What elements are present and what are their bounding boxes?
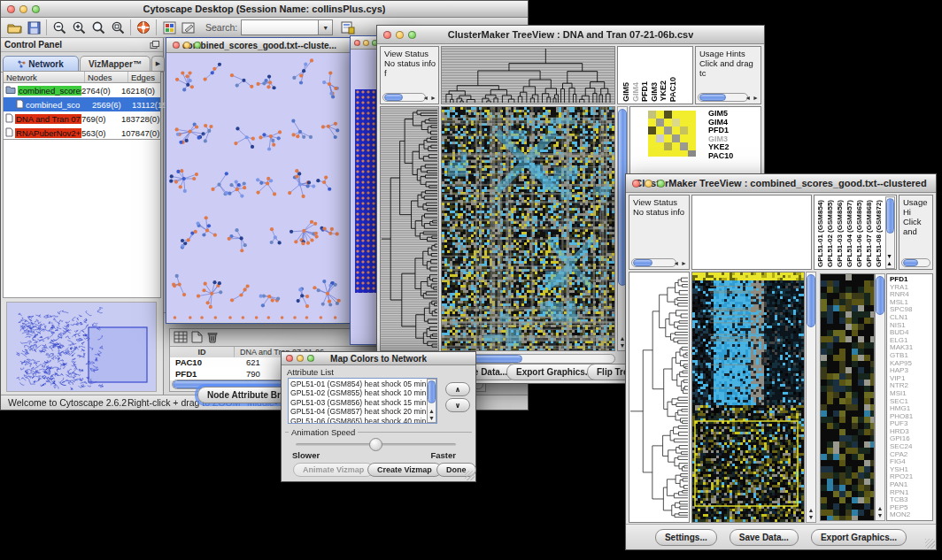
tab-network[interactable]: Network [3,56,79,72]
animation-speed-slider-thumb[interactable] [369,438,382,451]
toolbar-separator [46,19,47,35]
tv2-gene-dendrogram[interactable] [629,272,690,523]
tab-overflow-icon[interactable]: ▶ [151,56,165,72]
close-icon[interactable] [173,42,180,49]
zoom-window-icon[interactable] [408,31,416,39]
save-session-icon[interactable] [24,19,43,36]
export-graphics-button[interactable]: Export Graphics... [811,529,907,546]
main-titlebar[interactable]: Cytoscape Desktop (Session Name: collins… [1,1,528,18]
save-data-button[interactable]: Save Data... [730,529,799,546]
search-input[interactable] [241,19,319,35]
treeview-dna-titlebar[interactable]: ClusterMaker TreeView : DNA and Tran 07-… [377,26,764,44]
close-icon[interactable] [7,5,15,13]
tv1-hints-hscrollbar[interactable] [698,93,748,102]
network-overview-thumbnail[interactable] [6,302,157,392]
create-vizmap-button[interactable]: Create Vizmap [367,463,442,477]
network-list-row[interactable]: combined_scores2764(0)16218(0) [4,83,160,97]
node-count: 2569(6) [92,100,132,110]
move-up-button[interactable]: ∧ [445,382,470,396]
window-controls[interactable] [7,1,40,17]
tv2-collabel-vscrollbar[interactable]: ▲▼ [885,196,895,269]
tv1-zoom-heatmap[interactable] [648,111,696,157]
tv1-view-status: View StatusNo status info f ◄ ► [380,46,439,104]
close-icon[interactable] [354,40,360,46]
annotation-icon[interactable] [179,19,198,36]
tv1-column-label: GIM3 [650,82,659,102]
tv2-row-label[interactable]: MON2 [890,511,932,519]
zoom-in-icon[interactable] [69,19,89,36]
attribute-list-vscrollbar[interactable]: ▲▼ [427,379,436,423]
network-list-row[interactable]: RNAPuberNov2+563(0)107847(0) [4,126,160,140]
network-view-title: combined_scores_good.txt--cluste... [182,41,336,50]
attribute-list-item[interactable]: GPL51-01 (GSM854) heat shock 05 min [290,380,425,388]
move-down-button[interactable]: ∨ [445,398,470,412]
close-icon[interactable] [632,180,640,188]
minimize-icon[interactable] [645,180,652,188]
tv1-status-hscrollbar[interactable] [382,93,426,102]
minimize-icon[interactable] [183,42,190,49]
resize-grip[interactable] [925,539,935,548]
scroll-arrows[interactable]: ◄ ► [673,260,687,266]
edge-count: 183728(0) [121,114,160,124]
zoom-fit-icon[interactable] [89,19,108,36]
dialog-title: Map Colors to Network [330,354,427,364]
scroll-arrows[interactable]: ◄ ► [745,95,759,101]
close-icon[interactable] [383,31,391,39]
minimize-icon[interactable] [19,5,27,13]
close-icon[interactable] [286,355,293,362]
main-window-title: Cytoscape Desktop (Session Name: collins… [143,4,386,14]
minimize-icon[interactable] [363,40,369,46]
attribute-table-icon[interactable] [174,331,188,347]
tv2-status-hscrollbar[interactable] [631,258,676,267]
minimize-icon[interactable] [396,31,404,39]
file-icon [16,99,24,111]
help-icon[interactable] [134,19,153,36]
tv1-column-dendrogram[interactable] [441,46,615,104]
tv2-heatmap-vscrollbar[interactable]: ▲▼ [806,272,816,523]
zoom-window-icon[interactable] [307,355,314,362]
zoom-out-icon[interactable] [50,19,69,36]
tv1-row-label[interactable]: PAC10 [708,152,733,161]
treeview-combined-titlebar[interactable]: ClusterMaker TreeView : combined_scores_… [626,174,936,193]
tv2-heatmap[interactable] [691,272,805,523]
delete-attribute-icon[interactable] [206,331,218,347]
attribute-browser-icon[interactable] [338,19,358,36]
network-view-titlebar[interactable]: combined_scores_good.txt--cluste... [166,38,352,53]
minimize-icon[interactable] [297,355,304,362]
attribute-list-item[interactable]: GPL51-04 (GSM857) heat shock 20 min [290,407,425,416]
zoom-window-icon[interactable] [32,5,40,13]
zoom-window-icon[interactable] [194,42,201,49]
animate-vizmap-button[interactable]: Animate Vizmap [293,463,374,477]
scroll-arrows[interactable]: ◄ ► [422,95,436,101]
settings-button[interactable]: Settings... [655,529,717,546]
network-canvas[interactable] [166,53,351,322]
dialog-titlebar[interactable]: Map Colors to Network [282,352,475,365]
tv2-zoom-vscrollbar[interactable]: ▲▼ [875,273,885,521]
folder-icon [5,85,16,96]
search-combo[interactable]: ▼ [241,19,333,35]
new-attribute-icon[interactable] [191,331,203,347]
tv1-gene-dendrogram[interactable] [380,106,439,351]
network-list-row[interactable]: DNA and Tran 07769(0)183728(0) [4,111,160,126]
float-panel-icon[interactable] [150,37,159,53]
tv2-column-label: GPL51-03 (GSM856) [836,200,844,267]
attribute-list-item[interactable]: GPL51-06 (GSM865) heat shock 40 min [290,417,425,424]
resize-grip[interactable] [465,471,475,480]
tv2-zoom-heatmap[interactable] [820,273,875,521]
attribute-list[interactable]: GPL51-01 (GSM854) heat shock 05 minGPL51… [288,378,437,424]
vizmapper-icon[interactable] [159,19,179,36]
network-table-header[interactable]: Network Nodes Edges [3,71,161,83]
zoom-window-icon[interactable] [657,180,665,188]
zoom-selected-icon[interactable] [108,19,127,36]
tv2-hints-hscrollbar[interactable] [901,258,930,267]
tv2-row-labels: PFD1YRA1RNR4MSL1SPC98CLN1NIS1BUD4ELG1MAK… [887,274,932,519]
attribute-list-item[interactable]: GPL51-03 (GSM856) heat shock 15 min [290,398,425,407]
network-list-row[interactable]: combined_sco2569(6)13112(15) [4,97,160,111]
tv1-column-label: GIM4 [631,82,640,102]
tab-vizmapper[interactable]: VizMapper™ [80,56,151,72]
search-dropdown-icon[interactable]: ▼ [319,19,333,35]
open-session-icon[interactable] [4,19,24,36]
tv2-column-label: GPL51-04 (GSM857) [845,200,853,267]
tv1-heatmap[interactable] [441,106,615,351]
attribute-list-item[interactable]: GPL51-02 (GSM855) heat shock 10 min [290,388,425,397]
